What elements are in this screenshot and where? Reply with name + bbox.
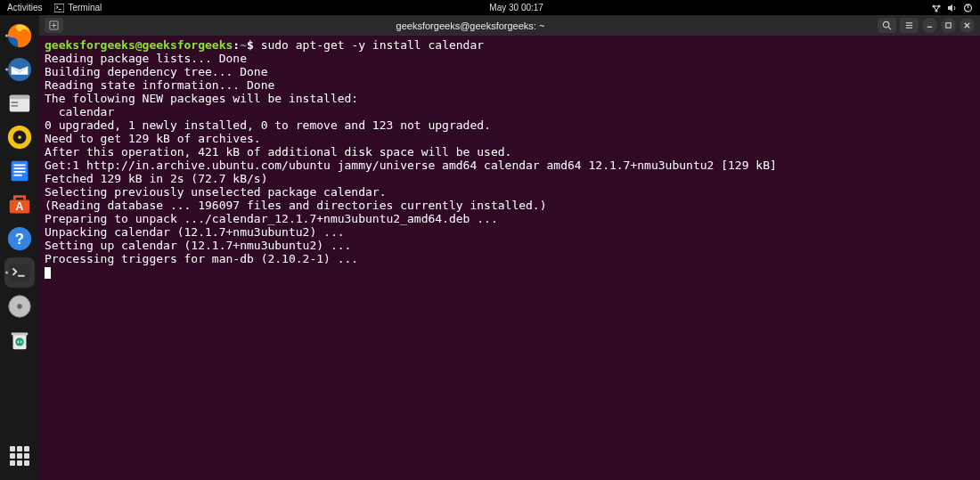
output-line: Selecting previously unselected package … xyxy=(45,185,387,199)
dock-trash[interactable] xyxy=(4,325,35,355)
svg-rect-15 xyxy=(12,105,19,107)
svg-rect-13 xyxy=(10,95,30,100)
svg-rect-0 xyxy=(54,4,64,12)
terminal-content[interactable]: geeksforgeeks@geeksforgeeks:~$ sudo apt-… xyxy=(39,36,980,480)
svg-text:?: ? xyxy=(15,231,24,248)
svg-rect-14 xyxy=(12,102,19,103)
output-line: After this operation, 421 kB of addition… xyxy=(45,145,511,159)
minimize-icon xyxy=(926,21,934,29)
menu-button[interactable] xyxy=(900,18,919,33)
minimize-button[interactable] xyxy=(922,18,937,33)
output-line: calendar xyxy=(45,105,114,118)
svg-point-39 xyxy=(883,21,888,27)
search-button[interactable] xyxy=(878,18,896,33)
output-line: Preparing to unpack .../calendar_12.1.7+… xyxy=(45,212,498,225)
output-line: Reading package lists... Done xyxy=(45,52,247,65)
prompt-path: ~ xyxy=(240,38,247,52)
window-title: geeksforgeeks@geeksforgeeks: ~ xyxy=(67,20,874,31)
output-line: Fetched 129 kB in 2s (72.7 kB/s) xyxy=(45,172,267,185)
svg-rect-28 xyxy=(10,264,30,281)
svg-rect-34 xyxy=(12,333,29,336)
search-icon xyxy=(882,20,892,30)
dock-libreoffice[interactable] xyxy=(4,156,35,186)
dock-help[interactable]: ? xyxy=(4,224,35,254)
output-line: Processing triggers for man-db (2.10.2-1… xyxy=(45,252,358,265)
output-line: The following NEW packages will be insta… xyxy=(45,92,358,105)
output-line: Setting up calendar (12.1.7+nmu3ubuntu2)… xyxy=(45,239,351,252)
svg-rect-45 xyxy=(946,23,951,28)
dock-apps[interactable] xyxy=(4,441,35,471)
svg-line-6 xyxy=(934,6,936,11)
top-panel: Activities Terminal May 30 00:17 xyxy=(0,0,980,15)
svg-point-35 xyxy=(15,338,23,346)
topbar-datetime[interactable]: May 30 00:17 xyxy=(489,3,543,12)
power-icon[interactable] xyxy=(963,4,973,12)
close-icon xyxy=(963,21,971,29)
volume-icon[interactable] xyxy=(947,4,958,12)
svg-point-18 xyxy=(18,135,21,139)
svg-point-32 xyxy=(17,304,22,309)
dock-thunderbird[interactable] xyxy=(4,54,35,85)
svg-rect-20 xyxy=(13,165,25,167)
svg-rect-21 xyxy=(13,167,25,169)
prompt-symbol: $ xyxy=(247,38,254,52)
cursor xyxy=(45,267,51,279)
command: sudo apt-get -y install calendar xyxy=(261,38,484,52)
output-line: Building dependency tree... Done xyxy=(45,65,267,78)
hamburger-icon xyxy=(904,20,914,30)
dock-terminal[interactable] xyxy=(4,257,35,288)
dock-files[interactable] xyxy=(4,88,35,118)
svg-line-40 xyxy=(888,27,891,29)
svg-line-7 xyxy=(936,6,939,11)
network-icon[interactable] xyxy=(931,4,942,12)
maximize-icon xyxy=(944,21,952,29)
output-line: (Reading database ... 196097 files and d… xyxy=(45,199,547,212)
svg-rect-23 xyxy=(13,175,21,176)
titlebar: geeksforgeeks@geeksforgeeks: ~ xyxy=(39,15,980,36)
topbar-app-indicator[interactable]: Terminal xyxy=(54,3,102,12)
dock-firefox[interactable] xyxy=(4,20,35,51)
prompt-user: geeksforgeeks@geeksforgeeks xyxy=(45,38,233,52)
dock-software[interactable]: A xyxy=(4,190,35,220)
maximize-button[interactable] xyxy=(941,18,956,33)
topbar-app-label: Terminal xyxy=(68,3,102,12)
output-line: 0 upgraded, 1 newly installed, 0 to remo… xyxy=(45,118,491,132)
svg-text:A: A xyxy=(16,200,24,213)
dock: A ? xyxy=(0,15,39,480)
plus-icon xyxy=(49,20,59,30)
output-line: Reading state information... Done xyxy=(45,78,274,92)
terminal-icon xyxy=(54,4,64,12)
apps-grid-icon xyxy=(10,446,29,466)
svg-rect-22 xyxy=(13,171,25,173)
close-button[interactable] xyxy=(960,18,975,33)
output-line: Get:1 http://in.archive.ubuntu.com/ubunt… xyxy=(45,159,777,172)
new-tab-button[interactable] xyxy=(45,18,63,33)
output-line: Unpacking calendar (12.1.7+nmu3ubuntu2) … xyxy=(45,225,345,239)
activities-button[interactable]: Activities xyxy=(7,3,42,12)
dock-rhythmbox[interactable] xyxy=(4,122,35,152)
terminal-window: geeksforgeeks@geeksforgeeks: ~ geeksforg… xyxy=(39,15,980,480)
output-line: Need to get 129 kB of archives. xyxy=(45,132,261,145)
dock-disk[interactable] xyxy=(4,291,35,321)
